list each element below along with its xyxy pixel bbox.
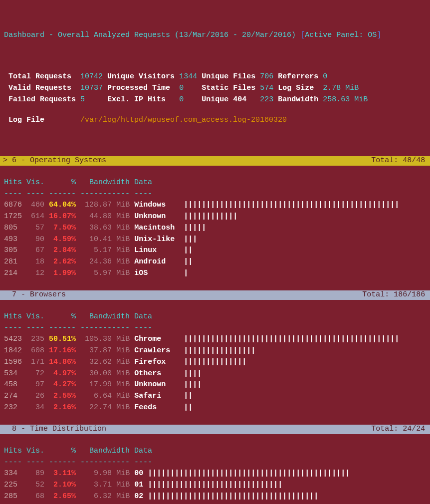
blank [0, 279, 430, 291]
data-row[interactable]: 1725 614 16.07% 44.80 MiB Unknown ||||||… [0, 211, 430, 223]
data-row[interactable]: 214 12 1.99% 5.97 MiB iOS | [0, 268, 430, 279]
data-row[interactable]: 1596 171 14.86% 32.62 MiB Firefox ||||||… [0, 357, 430, 368]
data-row[interactable]: 534 72 4.97% 30.00 MiB Others |||| [0, 368, 430, 380]
column-headers: Hits Vis. % Bandwidth Data [0, 177, 430, 189]
log-file: Log File /var/log/httpd/wpuseof.com_acce… [0, 115, 430, 126]
panel-header[interactable]: 7 - Browsers Total: 186/186 [0, 290, 430, 300]
summary-row: Valid Requests 10737 Processed Time 0 St… [0, 83, 430, 94]
column-headers: Hits Vis. % Bandwidth Data [0, 446, 430, 457]
data-row[interactable]: 232 34 2.16% 22.74 MiB Feeds || [0, 402, 430, 414]
separator: ---- ---- ------ ----------- ---- [0, 189, 430, 200]
blank [0, 51, 430, 62]
data-row[interactable]: 281 18 2.62% 24.36 MiB Android || [0, 256, 430, 268]
panel-header[interactable]: > 6 - Operating Systems Total: 48/48 [0, 156, 430, 166]
data-row[interactable]: 334 89 3.11% 9.98 MiB 00 |||||||||||||||… [0, 468, 430, 480]
blank [0, 136, 430, 147]
data-row[interactable]: 805 57 7.50% 38.63 MiB Macintosh ||||| [0, 223, 430, 234]
data-row[interactable]: 225 52 2.10% 3.71 MiB 01 |||||||||||||||… [0, 480, 430, 491]
data-row[interactable]: 285 68 2.65% 6.32 MiB 02 |||||||||||||||… [0, 491, 430, 503]
separator: ---- ---- ------ ----------- ---- [0, 457, 430, 469]
separator: ---- ---- ------ ----------- ---- [0, 323, 430, 334]
blank [0, 414, 430, 425]
blank [0, 166, 430, 177]
blank [0, 434, 430, 446]
dashboard-title: Dashboard - Overall Analyzed Requests (1… [0, 28, 430, 41]
summary-row: Failed Requests 5 Excl. IP Hits 0 Unique… [0, 94, 430, 106]
data-row[interactable]: 305 67 2.84% 5.17 MiB Linux || [0, 245, 430, 256]
blank [0, 300, 430, 311]
data-row[interactable]: 6876 460 64.04% 128.87 MiB Windows |||||… [0, 200, 430, 211]
data-row[interactable]: 274 26 2.55% 6.64 MiB Safari || [0, 391, 430, 402]
data-row[interactable]: 458 97 4.27% 17.99 MiB Unknown |||| [0, 379, 430, 391]
column-headers: Hits Vis. % Bandwidth Data [0, 311, 430, 323]
data-row[interactable]: 493 90 4.59% 10.41 MiB Unix-like ||| [0, 234, 430, 246]
data-row[interactable]: 5423 235 50.51% 105.30 MiB Chrome ||||||… [0, 334, 430, 345]
summary-row: Total Requests 10742 Unique Visitors 134… [0, 71, 430, 83]
data-row[interactable]: 245 71 2.28% 5.65 MiB 03 |||||||||||||||… [0, 503, 430, 504]
data-row[interactable]: 1842 608 17.16% 37.87 MiB Crawlers |||||… [0, 345, 430, 357]
panel-header[interactable]: 8 - Time Distribution Total: 24/24 [0, 425, 430, 434]
